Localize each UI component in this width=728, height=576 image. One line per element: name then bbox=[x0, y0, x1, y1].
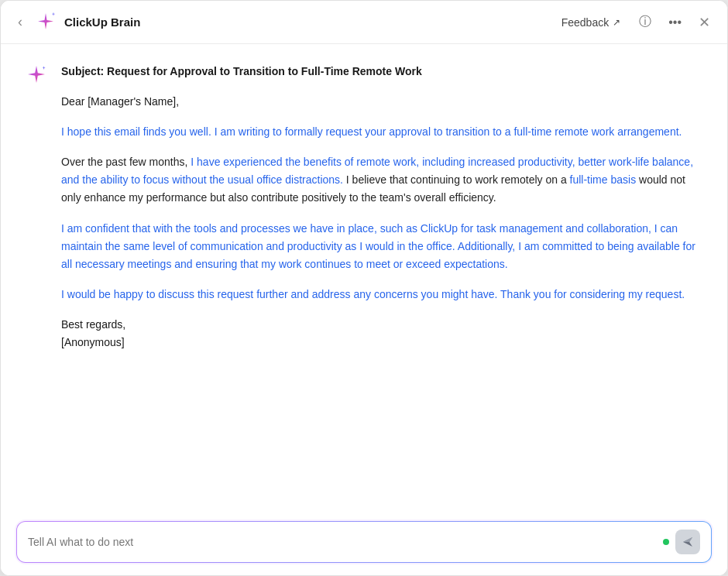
email-paragraph-4: I would be happy to discuss this request… bbox=[61, 286, 702, 303]
status-dot bbox=[663, 539, 669, 545]
input-area bbox=[1, 512, 727, 575]
app-window: ‹ bbox=[0, 0, 728, 576]
message-area[interactable]: Subject: Request for Approval to Transit… bbox=[1, 44, 727, 512]
external-link-icon: ↗ bbox=[613, 17, 620, 28]
back-button[interactable]: ‹ bbox=[13, 11, 27, 33]
app-title: ClickUp Brain bbox=[64, 15, 140, 29]
feedback-label: Feedback bbox=[561, 16, 609, 29]
send-button[interactable] bbox=[675, 530, 700, 554]
close-icon: ✕ bbox=[699, 14, 710, 31]
more-button[interactable]: ••• bbox=[664, 12, 686, 33]
email-subject: Subject: Request for Approval to Transit… bbox=[61, 63, 702, 81]
email-paragraph-2: Over the past few months, I have experie… bbox=[61, 153, 702, 207]
email-signature: [Anonymous] bbox=[61, 334, 702, 351]
titlebar-right: Feedback ↗ ⓘ ••• ✕ bbox=[555, 11, 715, 34]
info-button[interactable]: ⓘ bbox=[634, 11, 656, 33]
email-paragraph-1: I hope this email finds you well. I am w… bbox=[61, 123, 702, 141]
clickup-brain-icon bbox=[35, 12, 57, 33]
email-salutation: Dear [Manager's Name], bbox=[61, 93, 702, 111]
ai-message: Subject: Request for Approval to Transit… bbox=[26, 63, 702, 351]
titlebar-left: ‹ bbox=[13, 11, 555, 33]
content-area: Subject: Request for Approval to Transit… bbox=[1, 44, 727, 512]
more-icon: ••• bbox=[668, 15, 682, 29]
email-closing: Best regards, bbox=[61, 316, 702, 334]
info-icon: ⓘ bbox=[639, 14, 651, 30]
titlebar: ‹ bbox=[1, 1, 727, 44]
feedback-button[interactable]: Feedback ↗ bbox=[555, 13, 627, 32]
input-wrapper bbox=[16, 521, 712, 563]
back-icon: ‹ bbox=[18, 14, 22, 30]
close-button[interactable]: ✕ bbox=[694, 11, 715, 34]
chat-input[interactable] bbox=[28, 536, 657, 548]
send-icon bbox=[682, 536, 694, 548]
email-paragraph-3: I am confident that with the tools and p… bbox=[61, 220, 702, 273]
email-content: Subject: Request for Approval to Transit… bbox=[61, 63, 702, 351]
ai-avatar bbox=[26, 63, 50, 87]
